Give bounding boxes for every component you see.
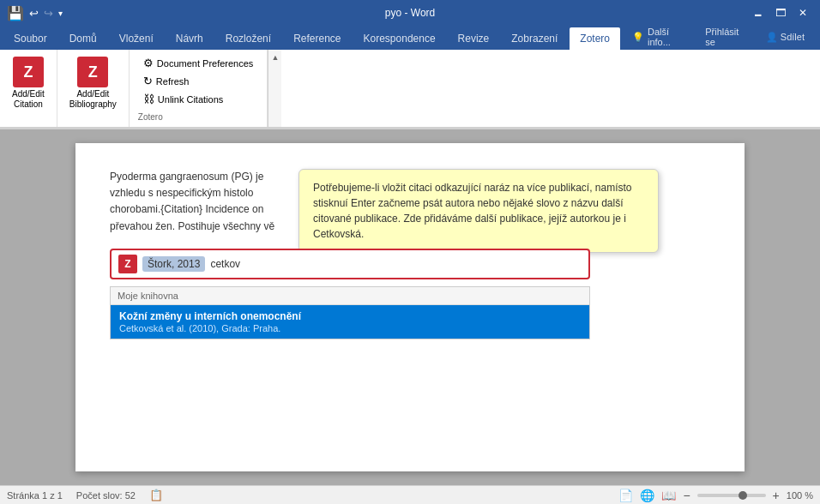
document-area: Potřebujeme-li vložit citaci odkazující …: [0, 129, 820, 485]
tab-revize[interactable]: Revize: [448, 27, 500, 50]
existing-citation-tag[interactable]: Štork, 2013: [142, 256, 205, 272]
word-count: Počet slov: 52: [76, 490, 136, 501]
ribbon-tabs: Soubor Domů Vložení Návrh Rozložení Refe…: [0, 26, 820, 50]
library-item-title: Kožní změny u interních onemocnění: [119, 310, 581, 322]
close-button[interactable]: ✕: [793, 3, 813, 22]
citation-search-box[interactable]: Z Štork, 2013: [110, 249, 590, 279]
add-edit-citation-button[interactable]: Z Add/Edit Citation: [7, 53, 50, 113]
status-bar-right: 📄 🌐 📖 − + 100 %: [618, 489, 813, 502]
status-bar: Stránka 1 z 1 Počet slov: 52 📋 📄 🌐 📖 − +…: [0, 485, 820, 504]
view-read-icon[interactable]: 📖: [661, 489, 676, 502]
tab-rozlozeni[interactable]: Rozložení: [215, 27, 281, 50]
collapse-icon: ▲: [271, 53, 279, 62]
tab-korespondence[interactable]: Korespondence: [353, 27, 446, 50]
tab-navrh[interactable]: Návrh: [166, 27, 214, 50]
zoom-minus-button[interactable]: −: [683, 489, 690, 502]
bibliography-icon: Z: [77, 57, 108, 87]
title-bar-left: 💾 ↩ ↪ ▾: [7, 5, 63, 21]
bibliography-label: Add/Edit Bibliography: [69, 89, 117, 110]
zoom-slider[interactable]: [697, 494, 766, 497]
search-zotero-icon: Z: [118, 255, 137, 273]
prihlasit-se-button[interactable]: Přihlásit se: [695, 26, 751, 48]
citation-search-container: Z Štork, 2013 Moje knihovna Kožní změny …: [110, 249, 710, 339]
add-citation-label: Add/Edit Citation: [12, 89, 45, 110]
unlink-icon: ⛓: [143, 93, 154, 105]
zoom-plus-button[interactable]: +: [773, 489, 780, 502]
ribbon: Z Add/Edit Citation Z Add/Edit Bibliogra…: [0, 50, 820, 129]
search-input[interactable]: [210, 258, 582, 270]
refresh-icon: ↻: [143, 75, 153, 87]
ribbon-group-add-citation: Z Add/Edit Citation: [0, 50, 57, 127]
tab-vlozeni[interactable]: Vložení: [109, 27, 164, 50]
window-controls: 🗕 🗖 ✕: [748, 3, 813, 22]
refresh-label: Refresh: [156, 76, 190, 87]
maximize-button[interactable]: 🗖: [770, 3, 791, 22]
sdilet-button[interactable]: 👤Sdílet: [756, 26, 815, 48]
tab-domu[interactable]: Domů: [59, 27, 107, 50]
refresh-button[interactable]: ↻ Refresh: [138, 73, 259, 89]
tooltip-text: Potřebujeme-li vložit citaci odkazující …: [313, 182, 632, 240]
restore-window-button[interactable]: 🗕: [748, 3, 769, 22]
ribbon-collapse-button[interactable]: ▲: [268, 50, 281, 127]
view-web-icon[interactable]: 🌐: [640, 489, 654, 502]
tab-soubor[interactable]: Soubor: [3, 27, 57, 50]
document-preferences-button[interactable]: ⚙ Document Preferences: [138, 55, 259, 71]
unlink-citations-button[interactable]: ⛓ Unlink Citations: [138, 91, 259, 107]
tab-zobrazeni[interactable]: Zobrazení: [501, 27, 568, 50]
window-title: pyo - Word: [385, 7, 435, 19]
library-item[interactable]: Kožní změny u interních onemocnění Cetko…: [111, 305, 589, 339]
ribbon-group-bibliography: Z Add/Edit Bibliography: [57, 50, 130, 127]
zoom-thumb: [739, 491, 747, 500]
document-prefs-label: Document Preferences: [157, 58, 254, 69]
zoom-level: 100 %: [787, 490, 813, 501]
library-header: Moje knihovna: [111, 287, 589, 305]
tab-dalsi-info[interactable]: 💡Další info...: [622, 26, 690, 48]
document-prefs-icon: ⚙: [143, 57, 154, 69]
add-edit-bibliography-button[interactable]: Z Add/Edit Bibliography: [64, 53, 122, 113]
undo-icon[interactable]: ↩: [29, 7, 39, 20]
view-print-icon[interactable]: 📄: [618, 489, 633, 502]
library-results: Moje knihovna Kožní změny u interních on…: [110, 286, 590, 339]
quick-access-more[interactable]: ▾: [58, 9, 63, 18]
unlink-label: Unlink Citations: [158, 94, 223, 105]
proofing-icon[interactable]: 📋: [149, 489, 163, 501]
library-item-subtitle: Cetkovská et al. (2010), Grada: Praha.: [119, 323, 581, 333]
tab-zotero[interactable]: Zotero: [570, 27, 620, 50]
save-icon[interactable]: 💾: [7, 5, 24, 21]
page-indicator: Stránka 1 z 1: [7, 490, 63, 501]
ribbon-group-tools: ⚙ Document Preferences ↻ Refresh ⛓ Unlin…: [130, 50, 268, 127]
redo-icon[interactable]: ↪: [44, 7, 53, 20]
zotero-group-label: Zotero: [138, 109, 259, 122]
document-page: Potřebujeme-li vložit citaci odkazující …: [75, 143, 745, 471]
tab-reference[interactable]: Reference: [283, 27, 351, 50]
tooltip-bubble: Potřebujeme-li vložit citaci odkazující …: [298, 169, 659, 253]
title-bar: 💾 ↩ ↪ ▾ pyo - Word 🗕 🗖 ✕: [0, 0, 820, 26]
add-citation-icon: Z: [13, 57, 44, 87]
